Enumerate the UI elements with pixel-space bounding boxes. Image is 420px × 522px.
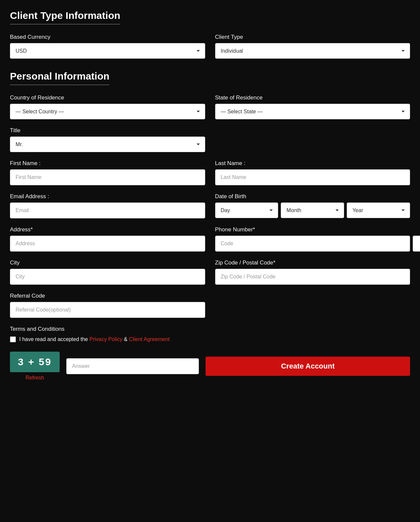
dob-day-select[interactable]: Day for(let i=1;i<=31;i++) document.writ… xyxy=(215,203,278,218)
client-type-section: Client Type Information Based Currency U… xyxy=(10,10,410,59)
dob-year-select[interactable]: Year for(let y=2024;y>=1920;y--) documen… xyxy=(347,203,410,218)
city-group: City xyxy=(10,260,205,285)
referral-input[interactable] xyxy=(10,302,205,318)
zip-input[interactable] xyxy=(215,269,410,285)
based-currency-label: Based Currency xyxy=(10,34,205,40)
privacy-policy-link[interactable]: Privacy Policy xyxy=(90,336,123,342)
title-label: Title xyxy=(10,127,205,134)
address-input[interactable] xyxy=(10,236,205,252)
phone-label: Phone Number* xyxy=(215,226,410,233)
address-group: Address* xyxy=(10,226,205,252)
last-name-group: Last Name : xyxy=(215,160,410,185)
zip-label: Zip Code / Postal Code* xyxy=(215,260,410,266)
last-name-label: Last Name : xyxy=(215,160,410,167)
country-select[interactable]: — Select Country — United States United … xyxy=(10,104,205,119)
client-type-select[interactable]: Individual Corporate Joint xyxy=(215,43,410,59)
email-group: Email Address : xyxy=(10,193,205,218)
referral-label: Referral Code xyxy=(10,293,205,299)
country-label: Country of Residence xyxy=(10,94,205,101)
first-name-group: First Name : xyxy=(10,160,205,185)
captcha-refresh-link[interactable]: Refresh xyxy=(26,375,44,381)
email-label: Email Address : xyxy=(10,193,205,200)
personal-info-section: Personal Information Country of Residenc… xyxy=(10,71,410,318)
terms-checkbox[interactable] xyxy=(10,336,16,342)
based-currency-select[interactable]: USD EUR GBP JPY AUD xyxy=(10,43,205,59)
email-input[interactable] xyxy=(10,203,205,218)
title-spacer xyxy=(215,127,410,152)
referral-group: Referral Code xyxy=(10,293,205,318)
city-input[interactable] xyxy=(10,269,205,285)
title-group: Title Mr. Mrs. Ms. Dr. xyxy=(10,127,205,152)
captcha-answer-input[interactable] xyxy=(66,358,199,374)
address-label: Address* xyxy=(10,226,205,233)
create-account-button[interactable]: Create Account xyxy=(206,357,410,376)
zip-group: Zip Code / Postal Code* xyxy=(215,260,410,285)
terms-text: I have read and accepted the Privacy Pol… xyxy=(19,336,170,342)
captcha-container: 3 + 59 Refresh xyxy=(10,352,60,381)
client-type-title: Client Type Information xyxy=(10,10,120,25)
dob-group: Date of Birth Day for(let i=1;i<=31;i++)… xyxy=(215,193,410,218)
based-currency-group: Based Currency USD EUR GBP JPY AUD xyxy=(10,34,205,59)
dob-label: Date of Birth xyxy=(215,193,410,200)
captcha-submit-row: 3 + 59 Refresh Create Account xyxy=(10,352,410,381)
first-name-label: First Name : xyxy=(10,160,205,167)
client-type-label: Client Type xyxy=(215,34,410,40)
client-type-group: Client Type Individual Corporate Joint xyxy=(215,34,410,59)
dob-month-select[interactable]: Month January February March April May J… xyxy=(281,203,344,218)
terms-section: Terms and Conditions I have read and acc… xyxy=(10,326,410,342)
title-select[interactable]: Mr. Mrs. Ms. Dr. xyxy=(10,137,205,152)
state-select[interactable]: — Select State — California New York Tex… xyxy=(215,104,410,119)
referral-spacer xyxy=(215,293,410,318)
phone-code-input[interactable] xyxy=(215,236,410,252)
phone-group: Phone Number* xyxy=(215,226,410,252)
country-group: Country of Residence — Select Country — … xyxy=(10,94,205,119)
terms-title: Terms and Conditions xyxy=(10,326,410,332)
client-agreement-link[interactable]: Client Agreement xyxy=(129,336,170,342)
city-label: City xyxy=(10,260,205,266)
captcha-display: 3 + 59 xyxy=(10,352,60,372)
first-name-input[interactable] xyxy=(10,169,205,185)
phone-number-input[interactable] xyxy=(413,236,420,252)
state-group: State of Residence — Select State — Cali… xyxy=(215,94,410,119)
last-name-input[interactable] xyxy=(215,169,410,185)
state-label: State of Residence xyxy=(215,94,410,101)
personal-info-title: Personal Information xyxy=(10,71,109,85)
